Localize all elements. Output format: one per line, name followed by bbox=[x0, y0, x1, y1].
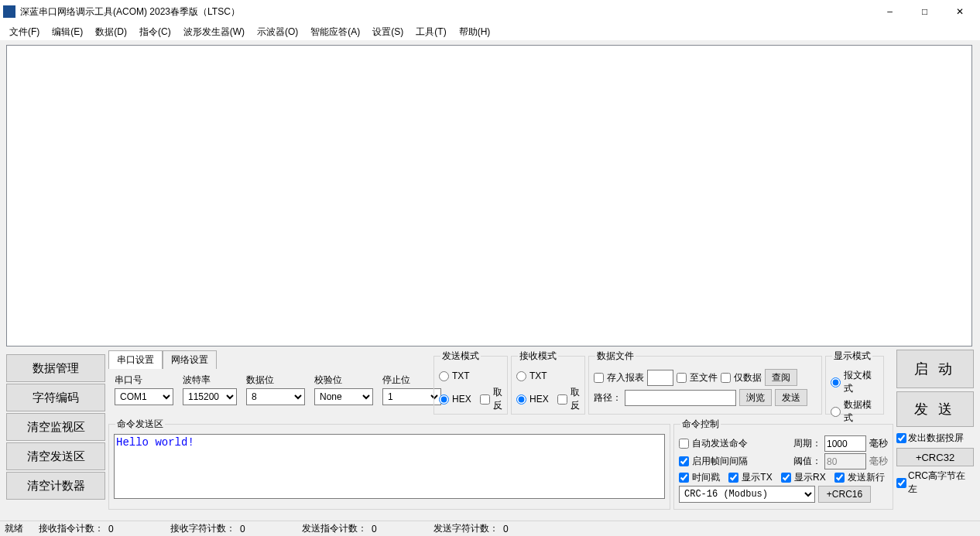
send-area-title: 命令发送区 bbox=[115, 418, 165, 431]
rx-cmd-count-label: 接收指令计数： bbox=[39, 522, 108, 535]
cmd-control-group: 命令控制 自动发送命令 周期： 毫秒 启用帧间间隔 阈值： 毫秒 时间 bbox=[673, 418, 893, 510]
display-mode-title: 显示模式 bbox=[832, 350, 872, 363]
auto-send-check[interactable] bbox=[679, 439, 689, 449]
menu-tool[interactable]: 工具(T) bbox=[409, 24, 452, 40]
receive-area[interactable] bbox=[6, 45, 972, 347]
cmd-control-title: 命令控制 bbox=[680, 418, 721, 431]
save-report-input[interactable] bbox=[647, 370, 673, 386]
close-button[interactable]: ✕ bbox=[942, 1, 977, 22]
send-text-input[interactable]: Hello world! bbox=[114, 434, 665, 499]
threshold-label: 阈值： bbox=[793, 455, 821, 468]
menu-edit[interactable]: 编辑(E) bbox=[46, 24, 89, 40]
baud-label: 波特率 bbox=[183, 374, 237, 387]
baud-select[interactable]: 115200 bbox=[183, 388, 237, 405]
dispmode-data-radio[interactable] bbox=[831, 407, 841, 417]
send-mode-title: 发送模式 bbox=[440, 350, 481, 363]
clear-send-button[interactable]: 清空发送区 bbox=[6, 442, 105, 470]
crc32-button[interactable]: +CRC32 bbox=[896, 448, 974, 466]
timestamp-check[interactable] bbox=[679, 473, 689, 483]
tab-network[interactable]: 网络设置 bbox=[163, 350, 217, 369]
path-label: 路径： bbox=[594, 391, 622, 405]
recv-mode-group: 接收模式 TXT HEX 取反 bbox=[511, 350, 585, 415]
newline-check[interactable] bbox=[834, 473, 845, 483]
send-area-group: 命令发送区 Hello world! bbox=[108, 418, 670, 510]
menu-data[interactable]: 数据(D) bbox=[89, 24, 133, 40]
data-file-group: 数据文件 存入报表 至文件 仅数据 查阅 路径： 浏览 发送 bbox=[588, 350, 822, 415]
display-mode-group: 显示模式 报文模式 数据模式 bbox=[825, 350, 884, 415]
rx-char-count: 0 bbox=[240, 524, 302, 534]
show-tx-check[interactable] bbox=[728, 473, 738, 483]
menu-help[interactable]: 帮助(H) bbox=[453, 24, 497, 40]
menu-file[interactable]: 文件(F) bbox=[3, 24, 46, 40]
databits-label: 数据位 bbox=[246, 374, 305, 387]
port-label: 串口号 bbox=[115, 374, 173, 387]
clear-monitor-button[interactable]: 清空监视区 bbox=[6, 413, 105, 441]
tx-cmd-count-label: 发送指令计数： bbox=[302, 522, 372, 535]
clear-counter-button[interactable]: 清空计数器 bbox=[6, 472, 105, 500]
browse-button[interactable]: 浏览 bbox=[739, 389, 772, 406]
data-manage-button[interactable]: 数据管理 bbox=[6, 354, 105, 382]
tx-char-count: 0 bbox=[503, 524, 565, 534]
databits-select[interactable]: 8 bbox=[246, 388, 305, 405]
show-rx-check[interactable] bbox=[781, 473, 791, 483]
sendmode-txt-radio[interactable] bbox=[439, 371, 449, 381]
menu-ai[interactable]: 智能应答(A) bbox=[304, 24, 366, 40]
project-screen-check[interactable] bbox=[896, 433, 906, 443]
recv-mode-title: 接收模式 bbox=[518, 350, 558, 363]
send-mode-group: 发送模式 TXT HEX 取反 bbox=[433, 350, 508, 415]
sendmode-hex-radio[interactable] bbox=[439, 394, 449, 405]
recvmode-txt-radio[interactable] bbox=[516, 371, 526, 381]
char-encoding-button[interactable]: 字符编码 bbox=[6, 384, 105, 411]
app-icon bbox=[3, 5, 15, 18]
dispmode-msg-radio[interactable] bbox=[831, 377, 841, 387]
window-title: 深蓝串口网络调示工具(ACOM) 2023春季版（LTSC） bbox=[20, 5, 872, 19]
period-input[interactable] bbox=[824, 435, 866, 452]
sendmode-invert-check[interactable] bbox=[480, 394, 490, 405]
parity-label: 校验位 bbox=[314, 374, 373, 387]
recvmode-invert-check[interactable] bbox=[557, 394, 567, 405]
maximize-button[interactable]: □ bbox=[907, 1, 942, 22]
rx-char-count-label: 接收字符计数： bbox=[170, 522, 240, 535]
menubar: 文件(F) 编辑(E) 数据(D) 指令(C) 波形发生器(W) 示波器(O) … bbox=[0, 23, 980, 40]
crc-high-left-check[interactable] bbox=[896, 478, 906, 488]
status-ready: 就绪 bbox=[5, 522, 39, 535]
threshold-input bbox=[824, 453, 866, 469]
tab-serial[interactable]: 串口设置 bbox=[108, 350, 163, 369]
parity-select[interactable]: None bbox=[314, 388, 373, 405]
path-input[interactable] bbox=[625, 390, 736, 406]
menu-cmd[interactable]: 指令(C) bbox=[133, 24, 177, 40]
tx-char-count-label: 发送字符计数： bbox=[433, 522, 503, 535]
menu-wave[interactable]: 波形发生器(W) bbox=[177, 24, 251, 40]
rx-cmd-count: 0 bbox=[108, 524, 170, 534]
menu-set[interactable]: 设置(S) bbox=[366, 24, 409, 40]
view-button[interactable]: 查阅 bbox=[765, 369, 797, 386]
crc-algo-select[interactable]: CRC-16 (Modbus) bbox=[679, 486, 815, 503]
save-report-check[interactable] bbox=[594, 373, 604, 383]
crc16-button[interactable]: +CRC16 bbox=[818, 486, 871, 503]
send-button[interactable]: 发 送 bbox=[896, 391, 974, 427]
status-bar: 就绪 接收指令计数：0 接收字符计数：0 发送指令计数：0 发送字符计数：0 bbox=[0, 521, 980, 536]
recvmode-hex-radio[interactable] bbox=[516, 394, 526, 405]
data-file-title: 数据文件 bbox=[595, 350, 636, 363]
tx-cmd-count: 0 bbox=[372, 524, 433, 534]
frame-interval-check[interactable] bbox=[679, 456, 689, 466]
file-send-button[interactable]: 发送 bbox=[775, 389, 807, 406]
port-select[interactable]: COM1 bbox=[115, 388, 173, 405]
stopbits-label: 停止位 bbox=[382, 374, 441, 387]
menu-osc[interactable]: 示波器(O) bbox=[251, 24, 304, 40]
to-file-check[interactable] bbox=[677, 373, 687, 383]
titlebar: 深蓝串口网络调示工具(ACOM) 2023春季版（LTSC） – □ ✕ bbox=[0, 0, 980, 23]
stopbits-select[interactable]: 1 bbox=[382, 388, 441, 405]
only-data-check[interactable] bbox=[721, 373, 731, 383]
start-button[interactable]: 启 动 bbox=[896, 350, 974, 388]
minimize-button[interactable]: – bbox=[872, 1, 907, 22]
period-label: 周期： bbox=[793, 437, 821, 450]
